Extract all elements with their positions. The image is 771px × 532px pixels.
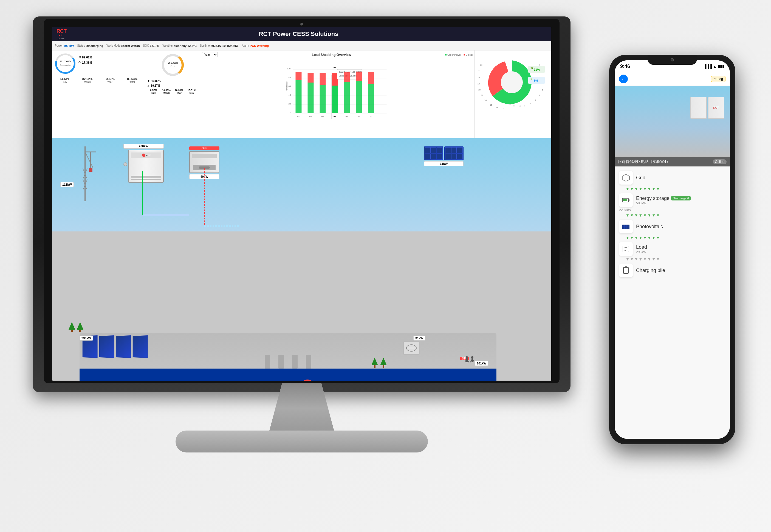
people-silhouettes [465,356,475,364]
year-val: 83.63% [99,77,121,81]
svg-rect-31 [332,86,338,113]
pv-node: Photovoltaic [619,220,725,233]
svg-rect-122 [623,267,628,273]
svg-marker-91 [371,358,378,365]
phone-body: 9:46 ▐▐▐ ▲ ▮▮▮ ← ⚠ Log [609,55,735,444]
wind-icon: ⟳ [78,61,81,64]
warning-icon: ⚠ [713,77,716,81]
phone-header: ← ⚠ Log [615,72,730,86]
svg-text:03: 03 [321,115,324,118]
grid-percent: 82.62% [82,56,92,59]
svg-text:15: 15 [490,104,492,106]
soc-total: 10.31% Total [186,89,198,94]
svg-rect-40 [356,81,362,113]
engen-platform: ENGEN E [80,333,496,381]
soc-label: SOC [143,44,149,47]
flow-arrows-3: ▼▼▼▼▼▼▼▼ [626,236,725,240]
month-val: 82.62% [77,77,98,81]
svg-text:13: 13 [501,107,504,109]
svg-text:06: 06 [358,115,360,118]
svg-rect-43 [368,84,374,113]
total-metric: 83.63% Total [122,77,143,83]
svg-rect-104 [71,330,73,332]
energy-flow-panel: Grid ▼▼▼▼▼▼▼▼ <<<<<<<<<< [615,166,730,439]
svg-rect-113 [625,199,627,201]
status-weather: Weather clear sky 12.6°C [162,44,197,47]
phone-station-info: 阿诗特保税区电站（实验室4） Offline [615,157,730,166]
workmode-value: Storm Watch [121,44,140,47]
status-systime: Systime 2023.07.10 16:42:56 [200,44,239,47]
dashboard-title: RCT Power CESS Solutions [67,30,530,38]
battery-icon: ▮▮▮ [718,64,724,69]
svg-text:20: 20 [478,77,480,78]
grid-icon: ⊞ [78,55,81,59]
power-label: Power [55,44,63,47]
svg-text:🔋: 🔋 [530,77,533,80]
status-workmode: Work Mode Storm Watch [106,44,140,47]
workmode-label: Work Mode [106,44,120,47]
svg-rect-22 [296,72,302,80]
total-label: Total [122,81,143,83]
svg-text:Consumption: Consumption [60,64,71,66]
status-value: Discharging [86,44,103,47]
svg-text:8: 8 [530,103,531,104]
chart-legend: ■ GreenPower ■ Diesel [445,53,473,56]
wifi-icon: ▲ [713,64,717,69]
power-value: 100 kW [63,44,74,47]
soc-month: 10.83% Month [160,89,172,94]
feed-icon: ⬆ [148,80,150,83]
status-soc: SOC 63.1 % [143,44,159,47]
svg-text:05: 05 [346,115,348,118]
svg-line-101 [470,360,471,362]
svg-rect-38 [344,72,350,82]
svg-line-97 [465,360,466,362]
feed-percent: 10.83% [151,80,161,83]
scene: RCT power RCT Power CESS Solutions [0,0,771,532]
home-icon: ⌂ [148,84,149,87]
chart-panel: Year Month Load Shedding Overview ■ Gree… [200,50,475,138]
svg-rect-111 [628,199,629,201]
phone-time: 9:46 [620,64,630,69]
trees-left [69,322,83,333]
phone-storage-units: RCT [690,97,724,119]
grid-icon [619,171,633,185]
pie-chart-svg: 1 2 3 4 5 6 7 8 9 10 11 [476,52,547,129]
chart-filter-select[interactable]: Year Month [202,52,218,57]
svg-rect-80 [89,168,92,172]
status-bar: Power 100 kW Status Discharging Work Mod… [52,41,551,50]
svg-point-69 [501,71,523,93]
svg-text:71%: 71% [534,68,540,71]
storage-kw: 500kW [636,201,691,205]
alarm-value: PCS Warning [250,44,269,47]
svg-rect-44 [368,72,374,84]
soc-metrics: 0.57% Day 10.83% Month 10.31% Year [148,89,198,94]
svg-text:01: 01 [297,115,300,118]
svg-rect-24 [308,83,314,113]
svg-rect-37 [344,82,350,113]
status-label: Status [77,44,85,47]
svg-text:261.7kWh: 261.7kWh [60,60,71,63]
soc-value: 63.1 [150,44,156,47]
ac-unit [403,341,420,355]
load-icon [619,242,633,256]
alarm-label: Alarm [242,44,249,47]
systime-label: Systime [200,44,210,47]
back-button[interactable]: ← [619,75,628,83]
svg-text:19: 19 [478,83,480,85]
svg-rect-32 [332,73,338,86]
trees [371,358,387,369]
svg-text:60: 60 [289,85,291,87]
svg-text:07: 07 [370,115,372,118]
svg-rect-92 [374,365,375,368]
svg-point-95 [466,356,468,358]
load-label: 101kW [475,361,488,366]
ac-label: 31kW [413,336,425,341]
year-label: Year [99,81,121,83]
warning-badge[interactable]: ⚠ Log [711,76,725,82]
svg-line-98 [468,360,469,362]
monitor-bezel: RCT power RCT Power CESS Solutions [44,19,560,383]
day-val: 64.61% [54,77,76,81]
svg-text:20: 20 [289,103,291,105]
svg-line-78 [85,152,93,168]
svg-rect-41 [356,72,362,81]
